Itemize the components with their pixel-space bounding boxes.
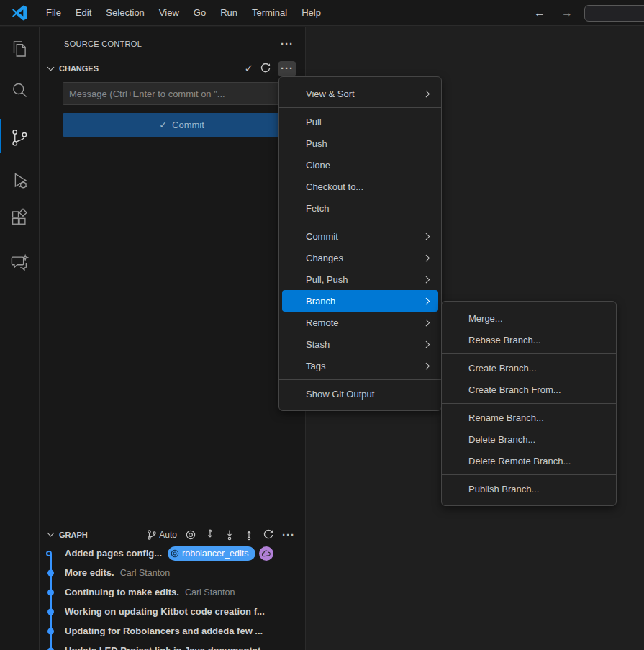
commit-check-icon[interactable]: ✓ (244, 62, 253, 75)
source-control-icon[interactable] (9, 127, 30, 148)
menu-item-merge[interactable]: Merge... (445, 307, 613, 329)
changes-more-actions-button[interactable]: ··· (278, 61, 296, 76)
menu-terminal[interactable]: Terminal (245, 4, 294, 21)
menu-item-pull-push[interactable]: Pull, Push (282, 268, 438, 290)
menu-item-label: Checkout to... (306, 181, 363, 192)
menu-item-label: Create Branch... (468, 363, 537, 374)
commit-button[interactable]: ✓ Commit (63, 113, 301, 137)
menu-file[interactable]: File (39, 4, 68, 21)
menu-item-rebase-branch[interactable]: Rebase Branch... (445, 329, 613, 351)
menu-separator (279, 379, 441, 380)
commit-author: Carl Stanton (120, 568, 170, 578)
menu-edit[interactable]: Edit (68, 4, 99, 21)
vscode-logo-icon (12, 5, 27, 21)
menu-item-label: Pull, Push (306, 274, 348, 285)
graph-auto-label: Auto (159, 530, 177, 540)
menu-help[interactable]: Help (294, 4, 328, 21)
commit-node-icon (47, 569, 54, 576)
menu-item-pull[interactable]: Pull (282, 111, 438, 132)
pull-icon[interactable] (224, 529, 235, 541)
submenu-arrow-icon (422, 319, 429, 325)
menu-run[interactable]: Run (213, 4, 245, 21)
more-actions-icon: ··· (281, 65, 294, 72)
menu-item-remote[interactable]: Remote (282, 312, 438, 333)
target-icon[interactable] (185, 529, 196, 541)
panel-header: SOURCE CONTROL ··· (40, 35, 305, 53)
search-icon[interactable] (9, 80, 30, 101)
commit-graph: Added pages config... robolancer_edits M… (40, 543, 305, 650)
changes-section-header[interactable]: CHANGES ✓ ··· (40, 60, 305, 77)
commit-row[interactable]: Updating for Robolancers and addeda few … (40, 621, 305, 641)
menu-item-rename-branch[interactable]: Rename Branch... (445, 407, 613, 428)
refresh-icon[interactable] (263, 529, 274, 541)
command-center-search[interactable] (584, 5, 644, 22)
fetch-icon[interactable] (204, 529, 216, 541)
menu-item-branch[interactable]: Branch (282, 290, 438, 312)
menu-item-label: Changes (306, 253, 343, 263)
navigate-forward-icon[interactable]: → (561, 0, 573, 26)
menu-item-label: Push (306, 138, 327, 149)
menu-selection[interactable]: Selection (99, 4, 151, 21)
menu-item-label: Stash (306, 339, 330, 350)
commit-row[interactable]: Update LED Project link in Java document… (40, 641, 305, 650)
cloud-badge-icon[interactable] (259, 546, 273, 561)
menu-item-changes[interactable]: Changes (282, 247, 438, 268)
commit-row[interactable]: Continuing to make edits. Carl Stanton (40, 582, 305, 602)
commit-row[interactable]: Working on updating Kitbot code creation… (40, 602, 305, 621)
menu-go[interactable]: Go (186, 4, 213, 21)
commit-message: Continuing to make edits. (65, 587, 179, 597)
menu-item-label: Publish Branch... (468, 484, 539, 495)
submenu-arrow-icon (422, 254, 429, 261)
branch-ref-badge[interactable]: robolancer_edits (168, 546, 255, 561)
menu-item-label: Merge... (468, 313, 503, 324)
menu-item-publish-branch[interactable]: Publish Branch... (445, 478, 613, 500)
commit-row[interactable]: Added pages config... robolancer_edits (40, 543, 305, 563)
menu-view[interactable]: View (152, 4, 186, 21)
explorer-icon[interactable] (9, 38, 30, 60)
menu-item-label: View & Sort (306, 89, 355, 99)
navigate-back-icon[interactable]: ← (534, 0, 545, 26)
menu-item-label: Commit (306, 231, 338, 242)
menu-item-delete-branch[interactable]: Delete Branch... (445, 428, 613, 450)
active-view-indicator (0, 119, 1, 153)
branch-ref-label: robolancer_edits (182, 549, 248, 559)
chat-icon[interactable] (9, 251, 30, 273)
menu-separator (442, 403, 616, 404)
menu-item-create-branch[interactable]: Create Branch... (445, 357, 613, 379)
menu-item-label: Rebase Branch... (468, 335, 540, 346)
menu-item-stash[interactable]: Stash (282, 333, 438, 355)
menu-item-clone[interactable]: Clone (282, 154, 438, 176)
commit-message-input[interactable] (63, 82, 301, 105)
submenu-arrow-icon (422, 233, 429, 239)
run-and-debug-icon[interactable] (9, 170, 30, 191)
menu-item-label: Delete Remote Branch... (468, 456, 571, 466)
menu-item-push[interactable]: Push (282, 132, 438, 154)
menu-item-tags[interactable]: Tags (282, 355, 438, 376)
menu-item-view-and-sort[interactable]: View & Sort (282, 83, 438, 104)
graph-more-actions-icon[interactable]: ··· (282, 531, 295, 538)
push-icon[interactable] (243, 529, 255, 541)
commit-row[interactable]: More edits. Carl Stanton (40, 563, 305, 582)
side-panel-source-control: SOURCE CONTROL ··· CHANGES ✓ ··· ✓ Commi… (40, 27, 306, 650)
menu-separator (279, 107, 441, 108)
menu-separator (442, 353, 616, 354)
extensions-icon[interactable] (9, 208, 30, 230)
graph-section-header[interactable]: GRAPH Auto (40, 525, 305, 543)
commit-button-label: Commit (172, 119, 204, 130)
submenu-arrow-icon (422, 340, 429, 347)
submenu-arrow-icon (422, 297, 429, 304)
graph-auto-toggle[interactable]: Auto (146, 529, 177, 541)
menu-item-show-git-output[interactable]: Show Git Output (282, 383, 438, 405)
commit-node-head-icon (46, 551, 52, 556)
commit-message: Added pages config... (65, 548, 162, 559)
menu-item-commit[interactable]: Commit (282, 225, 438, 247)
menu-item-create-branch-from[interactable]: Create Branch From... (445, 379, 613, 400)
submenu-arrow-icon (422, 276, 429, 282)
menu-item-delete-remote-branch[interactable]: Delete Remote Branch... (445, 450, 613, 471)
branch-submenu: Merge... Rebase Branch... Create Branch.… (441, 301, 617, 506)
menu-item-checkout-to[interactable]: Checkout to... (282, 176, 438, 197)
panel-more-actions-icon[interactable]: ··· (281, 40, 294, 48)
refresh-icon[interactable] (260, 63, 271, 74)
menu-item-fetch[interactable]: Fetch (282, 197, 438, 219)
menu-item-label: Pull (306, 117, 322, 127)
